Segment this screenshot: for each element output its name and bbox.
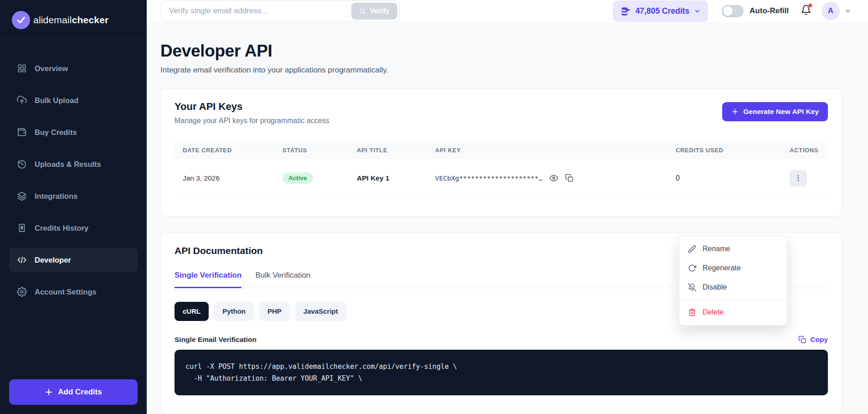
history-icon	[17, 159, 27, 169]
gear-icon	[17, 287, 27, 297]
tab-bulk-verification[interactable]: Bulk Verification	[255, 271, 310, 288]
verify-button[interactable]: Verify	[351, 3, 397, 20]
tab-single-verification[interactable]: Single Verification	[175, 271, 241, 288]
sidebar-item-label: Account Settings	[35, 288, 97, 296]
code-line: -H "Authorization: Bearer YOUR_API_KEY" …	[185, 373, 817, 384]
auto-refill-group: Auto-Refill	[722, 5, 789, 17]
lang-javascript-button[interactable]: JavaScript	[295, 302, 346, 321]
refresh-icon	[688, 264, 696, 272]
sidebar-item-account-settings[interactable]: Account Settings	[9, 279, 138, 304]
row-actions-button[interactable]	[790, 170, 807, 186]
menu-item-disable[interactable]: Disable	[679, 278, 787, 297]
page-subtitle: Integrate email verification into your a…	[160, 66, 842, 75]
verify-search-wrap: Verify	[160, 0, 400, 22]
lang-curl-button[interactable]: cURL	[175, 302, 209, 321]
menu-item-label: Rename	[703, 245, 730, 253]
menu-item-regenerate[interactable]: Regenerate	[679, 259, 787, 278]
sidebar-item-buy-credits[interactable]: Buy Credits	[9, 120, 138, 145]
chevron-down-icon	[694, 8, 701, 15]
notifications-button[interactable]	[801, 5, 812, 17]
sidebar-item-label: Uploads & Results	[35, 160, 101, 169]
column-header: DATE CREATED	[175, 141, 274, 159]
plus-icon	[45, 388, 53, 396]
auto-refill-label: Auto-Refill	[750, 6, 789, 16]
logo-checkmark-icon	[12, 11, 30, 29]
lang-php-button[interactable]: PHP	[259, 302, 290, 321]
menu-item-rename[interactable]: Rename	[679, 239, 787, 259]
sidebar-item-label: Buy Credits	[35, 128, 77, 137]
auto-refill-toggle[interactable]	[722, 5, 744, 17]
sidebar-item-label: Overview	[35, 64, 68, 73]
menu-item-delete[interactable]: Delete	[679, 303, 787, 322]
topbar: Verify 47,805 Credits Auto-Refill	[147, 0, 868, 22]
receipt-dollar-icon	[17, 223, 27, 233]
table-row: Jan 3, 2026 Active API Key 1 VECbXg*****…	[175, 159, 828, 198]
sidebar-item-uploads-results[interactable]: Uploads & Results	[9, 152, 138, 176]
page-content: Developer API Integrate email verificati…	[147, 22, 868, 414]
dots-vertical-icon	[794, 174, 802, 182]
code-icon	[17, 255, 27, 265]
main-column: Verify 47,805 Credits Auto-Refill	[147, 0, 868, 414]
credits-balance: 47,805 Credits	[635, 6, 689, 16]
sidebar: alidemailchecker Overview Bulk Upload Bu…	[0, 0, 147, 414]
api-keys-subtitle: Manage your API keys for programmatic ac…	[175, 117, 329, 125]
generate-api-key-button[interactable]: Generate New API Key	[722, 102, 828, 121]
menu-item-label: Delete	[703, 308, 724, 316]
add-credits-label: Add Credits	[58, 388, 102, 397]
coins-icon	[620, 6, 631, 16]
sidebar-item-label: Developer	[35, 256, 71, 264]
topbar-right-cluster: 47,805 Credits Auto-Refill A	[613, 0, 852, 22]
sidebar-item-developer[interactable]: Developer	[9, 248, 138, 272]
api-keys-card: Your API Keys Manage your API keys for p…	[160, 88, 842, 217]
status-cell: Active	[274, 161, 349, 195]
api-keys-table: DATE CREATED STATUS API TITLE API KEY CR…	[175, 141, 828, 198]
brand-logo[interactable]: alidemailchecker	[0, 0, 147, 40]
credits-balance-pill[interactable]: 47,805 Credits	[613, 0, 708, 22]
copy-icon	[798, 336, 806, 344]
layers-icon	[17, 191, 27, 201]
status-badge: Active	[282, 172, 313, 184]
api-key-masked: VECbXg********************…	[435, 175, 543, 182]
sidebar-item-label: Credits History	[35, 224, 88, 233]
table-header: DATE CREATED STATUS API TITLE API KEY CR…	[175, 141, 828, 159]
sidebar-item-overview[interactable]: Overview	[9, 56, 138, 81]
avatar: A	[822, 2, 840, 20]
account-menu[interactable]: A	[822, 2, 852, 20]
wallet-icon	[17, 127, 27, 137]
cloud-upload-icon	[17, 95, 27, 105]
api-title-cell: API Key 1	[349, 163, 427, 193]
trash-icon	[688, 308, 696, 316]
sidebar-item-bulk-upload[interactable]: Bulk Upload	[9, 88, 138, 113]
api-key-cell: VECbXg********************…	[427, 163, 668, 193]
pencil-icon	[688, 245, 696, 253]
lang-python-button[interactable]: Python	[214, 302, 254, 321]
toggle-knob	[723, 6, 733, 16]
column-header: STATUS	[274, 141, 349, 159]
copy-label: Copy	[810, 336, 828, 344]
api-keys-header: Your API Keys Manage your API keys for p…	[175, 101, 828, 125]
sidebar-item-credits-history[interactable]: Credits History	[9, 216, 138, 240]
menu-divider	[679, 300, 787, 300]
verify-button-label: Verify	[370, 7, 390, 15]
column-header: CREDITS USED	[668, 141, 781, 159]
credits-used-cell: 0	[668, 163, 781, 193]
add-credits-button[interactable]: Add Credits	[9, 379, 138, 405]
date-created-cell: Jan 3, 2026	[175, 163, 274, 193]
page-title: Developer API	[160, 41, 842, 61]
sidebar-nav: Overview Bulk Upload Buy Credits Uploads…	[0, 40, 147, 379]
snippet-header: Single Email Verification Copy	[175, 336, 828, 344]
row-actions-menu: Rename Regenerate Disable Delete	[679, 236, 787, 326]
sidebar-item-label: Bulk Upload	[35, 96, 78, 105]
sidebar-item-integrations[interactable]: Integrations	[9, 184, 138, 208]
copy-snippet-button[interactable]: Copy	[798, 336, 828, 344]
menu-item-label: Regenerate	[703, 264, 741, 272]
grid-icon	[17, 63, 27, 73]
plus-icon	[731, 108, 739, 115]
app-shell: alidemailchecker Overview Bulk Upload Bu…	[0, 0, 868, 414]
eye-icon[interactable]	[550, 174, 558, 182]
copy-icon[interactable]	[565, 174, 574, 182]
generate-api-key-label: Generate New API Key	[743, 108, 819, 116]
column-header: ACTIONS	[781, 141, 828, 159]
snippet-title: Single Email Verification	[175, 336, 257, 344]
sidebar-item-label: Integrations	[35, 192, 77, 201]
